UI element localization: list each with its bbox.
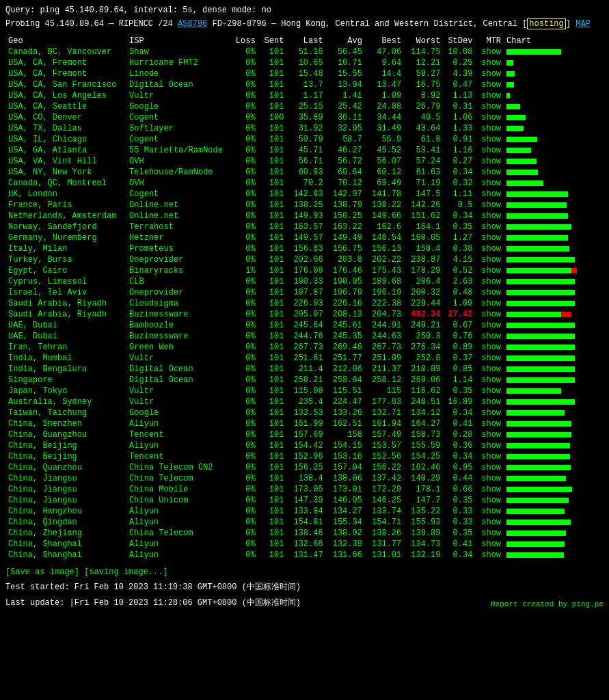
cell-sent: 101 (258, 287, 287, 298)
chart-bar-green (506, 443, 570, 448)
cell-mtr[interactable]: show (475, 495, 504, 506)
cell-loss: 0% (230, 178, 258, 189)
cell-sent: 101 (258, 309, 287, 320)
cell-chart (504, 156, 604, 167)
cell-mtr[interactable]: show (475, 396, 504, 407)
cell-best: 202.22 (365, 254, 404, 265)
cell-mtr[interactable]: show (475, 156, 504, 167)
cell-mtr[interactable]: show (475, 123, 504, 134)
cell-best: 137.42 (365, 473, 404, 484)
cell-mtr[interactable]: show (475, 375, 504, 386)
cell-mtr[interactable]: show (475, 243, 504, 254)
cell-mtr[interactable]: show (475, 200, 504, 211)
cell-avg: 13.94 (326, 79, 365, 90)
cell-mtr[interactable]: show (475, 528, 504, 539)
cell-avg: 208.13 (326, 309, 365, 320)
cell-last: 25.15 (286, 101, 325, 112)
cell-mtr[interactable]: show (475, 309, 504, 320)
cell-mtr[interactable]: show (475, 517, 504, 528)
cell-best: 132.71 (365, 407, 404, 418)
chart-bar-green (506, 126, 524, 131)
cell-mtr[interactable]: show (475, 429, 504, 440)
cell-mtr[interactable]: show (475, 101, 504, 112)
cell-stdev: 0.41 (444, 418, 476, 429)
cell-stdev: 0.44 (444, 473, 476, 484)
cell-mtr[interactable]: show (475, 440, 504, 451)
cell-mtr[interactable]: show (475, 221, 504, 232)
chart-bar-green (506, 465, 571, 470)
chart-bar-green (506, 410, 565, 416)
cell-mtr[interactable]: show (475, 265, 504, 276)
cell-stdev: 10.08 (444, 46, 476, 57)
footer: [Save as image] [saving image...] Test s… (5, 561, 604, 608)
cell-mtr[interactable]: show (475, 254, 504, 265)
cell-mtr[interactable]: show (475, 353, 504, 364)
cell-mtr[interactable]: show (475, 298, 504, 309)
cell-mtr[interactable]: show (475, 539, 504, 550)
cell-mtr[interactable]: show (475, 550, 504, 561)
cell-chart (504, 265, 604, 276)
cell-mtr[interactable]: show (475, 484, 504, 495)
cell-worst: 139.89 (404, 528, 443, 539)
cell-loss: 0% (230, 386, 258, 396)
cell-mtr[interactable]: show (475, 46, 504, 57)
cell-sent: 101 (258, 462, 287, 473)
table-row: Egypt, Cairo Binaryracks 1% 101 176.08 1… (5, 265, 604, 276)
table-row: USA, VA, Vint Hill OVH 0% 101 56.71 56.7… (5, 156, 604, 167)
table-row: Japan, Tokyo Vultr 0% 101 115.08 115.51 … (5, 386, 604, 396)
cell-isp: Aliyun (126, 418, 230, 429)
cell-mtr[interactable]: show (475, 331, 504, 342)
cell-loss: 0% (230, 517, 258, 528)
cell-mtr[interactable]: show (475, 112, 504, 123)
cell-loss: 0% (230, 364, 258, 375)
cell-mtr[interactable]: show (475, 386, 504, 396)
cell-isp: Cogent (126, 189, 230, 200)
chart-bar-green (506, 366, 575, 372)
cell-isp: Linode (126, 68, 230, 79)
cell-mtr[interactable]: show (475, 364, 504, 375)
cell-mtr[interactable]: show (475, 167, 504, 178)
cell-stdev: 1.27 (444, 232, 476, 243)
cell-mtr[interactable]: show (475, 506, 504, 517)
bracket-close: ] (75, 567, 79, 577)
cell-mtr[interactable]: show (475, 90, 504, 101)
cell-loss: 0% (230, 331, 258, 342)
cell-worst: 116.62 (404, 386, 443, 396)
cell-mtr[interactable]: show (475, 451, 504, 462)
map-link[interactable]: MAP (576, 19, 591, 29)
cell-geo: China, Beijing (5, 451, 126, 462)
chart-bar-green (506, 159, 537, 164)
cell-last: 138.25 (286, 200, 325, 211)
cell-mtr[interactable]: show (475, 178, 504, 189)
cell-last: 226.03 (286, 298, 325, 309)
cell-mtr[interactable]: show (475, 211, 504, 221)
cell-mtr[interactable]: show (475, 189, 504, 200)
cell-mtr[interactable]: show (475, 57, 504, 68)
cell-mtr[interactable]: show (475, 287, 504, 298)
chart-bar-green (506, 334, 575, 339)
hosting-link[interactable]: hosting (527, 18, 565, 29)
cell-isp: Green Web (126, 342, 230, 353)
cell-mtr[interactable]: show (475, 276, 504, 287)
cell-isp: Vultr (126, 386, 230, 396)
save-image-link[interactable]: Save as image (10, 567, 75, 577)
cell-worst: 57.24 (404, 156, 443, 167)
cell-mtr[interactable]: show (475, 418, 504, 429)
cell-mtr[interactable]: show (475, 320, 504, 331)
cell-mtr[interactable]: show (475, 145, 504, 156)
cell-best: 56.9 (365, 134, 404, 145)
cell-mtr[interactable]: show (475, 407, 504, 418)
cell-mtr[interactable]: show (475, 134, 504, 145)
cell-geo: USA, NY, New York (5, 167, 126, 178)
cell-mtr[interactable]: show (475, 232, 504, 243)
cell-chart (504, 320, 604, 331)
as-link[interactable]: AS8796 (178, 19, 207, 29)
cell-loss: 0% (230, 134, 258, 145)
cell-geo: China, Shanghai (5, 539, 126, 550)
cell-mtr[interactable]: show (475, 68, 504, 79)
cell-mtr[interactable]: show (475, 473, 504, 484)
cell-mtr[interactable]: show (475, 79, 504, 90)
cell-loss: 0% (230, 440, 258, 451)
cell-mtr[interactable]: show (475, 342, 504, 353)
cell-mtr[interactable]: show (475, 462, 504, 473)
